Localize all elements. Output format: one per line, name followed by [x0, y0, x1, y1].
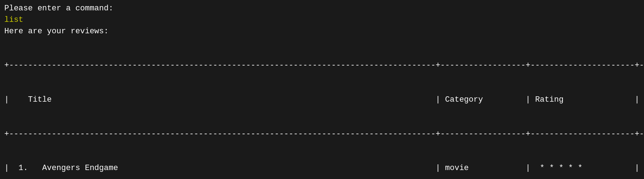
- prompt-text: Please enter a command:: [4, 3, 640, 14]
- response-text: Here are your reviews:: [4, 26, 640, 37]
- terminal-window: Please enter a command: list Here are yo…: [4, 3, 640, 179]
- reviews-table: +---------------------------------------…: [4, 37, 640, 179]
- table-border-mid: +---------------------------------------…: [4, 129, 640, 140]
- table-border-top: +---------------------------------------…: [4, 60, 640, 71]
- table-header-row: | Title | Category | Rating | Date |: [4, 94, 640, 106]
- table-row: | 1. Avengers Endgame | movie | * * * * …: [4, 163, 640, 174]
- command-text: list: [4, 14, 640, 26]
